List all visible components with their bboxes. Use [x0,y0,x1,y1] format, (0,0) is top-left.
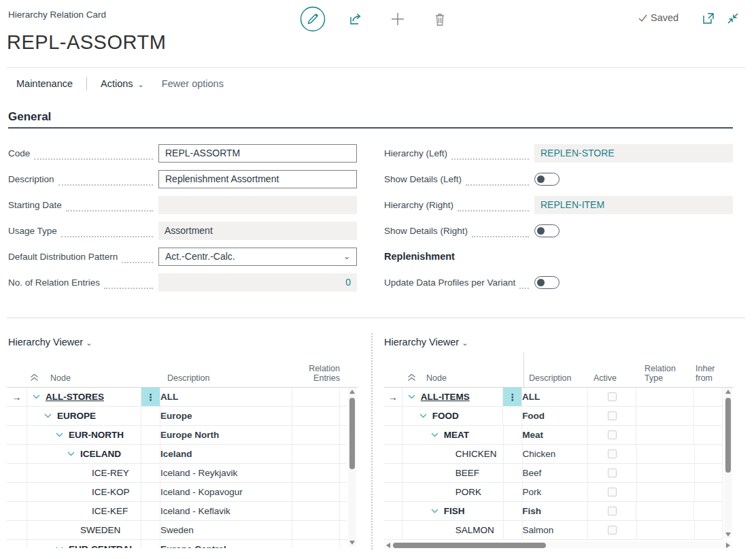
toggle-off[interactable] [534,224,560,237]
active-cell[interactable] [588,521,636,539]
description-cell[interactable]: Salmon [523,521,589,539]
row-options-icon[interactable]: ⋮ [503,388,522,406]
tree-expand-icon[interactable] [44,413,52,418]
relation-type-cell[interactable] [636,426,694,444]
node-cell[interactable]: SALMON [402,521,504,539]
active-checkbox[interactable] [608,411,617,420]
column-header-description[interactable]: Description [167,373,210,383]
table-row[interactable]: FISHFish [384,502,723,521]
vertical-scrollbar[interactable] [724,388,732,539]
field-select-box[interactable]: Act.-Centr.-Calc.⌄ [158,248,357,266]
active-cell[interactable] [588,426,636,444]
scroll-thumb[interactable] [725,398,731,473]
node-cell[interactable]: EUR-CENTRAL [27,540,141,548]
toggle-off[interactable] [534,276,560,289]
description-cell[interactable]: Europe [160,407,292,425]
node-cell[interactable]: ALL-STORES [27,388,141,406]
active-checkbox[interactable] [608,526,617,535]
scroll-right-arrow[interactable] [726,543,730,548]
description-cell[interactable]: Chicken [523,445,589,463]
column-header-description[interactable]: Description [529,373,572,383]
table-row[interactable]: SWEDENSweden [7,521,347,540]
table-row[interactable]: EUROPEEurope [7,407,347,426]
field-link-value[interactable]: REPLEN-STORE [534,144,733,163]
table-row[interactable]: →ALL-STORES⋮ALL [7,388,347,407]
table-row[interactable]: ICE-KOPIceland - Kopavogur [7,483,347,502]
description-cell[interactable]: ALL [522,388,588,406]
tree-expand-icon[interactable] [419,413,427,418]
relation-type-cell[interactable] [637,521,695,539]
relation-type-cell[interactable] [637,445,695,463]
description-cell[interactable]: Sweden [160,521,292,539]
relation-type-cell[interactable] [637,483,695,501]
active-cell[interactable] [588,483,636,501]
active-cell[interactable] [588,464,636,482]
open-in-new-window-icon[interactable] [698,7,719,29]
description-cell[interactable]: Iceland - Kopavogur [160,483,292,501]
column-header-relation_entries[interactable]: Relation Entries [292,364,340,383]
tree-expand-icon[interactable] [431,509,439,513]
text-input[interactable] [165,173,350,184]
tree-expand-icon[interactable] [33,394,40,399]
table-row[interactable]: ICE-KEFIceland - Keflavik [7,502,347,521]
field-number-value[interactable]: 0 [158,273,357,292]
node-cell[interactable]: ICE-KEF [27,502,141,520]
breadcrumb[interactable]: Hierarchy Relation Card [8,10,106,20]
vertical-scrollbar[interactable] [348,388,356,547]
active-checkbox[interactable] [608,430,617,439]
node-cell[interactable]: BEEF [402,464,504,482]
description-cell[interactable]: Fish [522,502,588,520]
description-cell[interactable]: Food [522,407,588,425]
node-cell[interactable]: FOOD [402,407,504,425]
description-cell[interactable]: Europe North [160,426,292,444]
table-row[interactable]: ICE-REYIceland - Reykjavik [7,464,347,483]
table-row[interactable]: ICELANDIceland [7,445,347,464]
active-cell[interactable] [588,407,636,425]
relation-type-cell[interactable] [636,388,694,406]
description-cell[interactable]: Meat [522,426,588,444]
active-cell[interactable] [588,445,636,463]
node-cell[interactable]: FISH [402,502,504,520]
table-row[interactable]: FOODFood [384,407,723,426]
description-cell[interactable]: Europe Central [160,540,292,548]
delete-icon[interactable] [427,6,453,32]
table-row[interactable]: MEATMeat [384,426,723,445]
node-cell[interactable]: EUROPE [27,407,141,425]
column-header-active[interactable]: Active [594,373,617,383]
horizontal-scrollbar[interactable] [384,541,732,548]
add-new-icon[interactable] [385,6,411,32]
tree-expand-icon[interactable] [431,433,439,437]
description-cell[interactable]: Beef [523,464,589,482]
tree-expand-icon[interactable] [67,452,75,456]
active-checkbox[interactable] [608,507,617,515]
table-row[interactable]: →ALL-ITEMS⋮ALL [384,388,723,407]
column-header-node[interactable]: Node [50,373,71,383]
relation-type-cell[interactable] [637,464,695,482]
node-cell[interactable]: ICE-KOP [27,483,141,501]
relation-type-cell[interactable] [636,502,694,520]
description-cell[interactable]: ALL [160,388,292,406]
menu-fewer-options[interactable]: Fewer options [162,78,224,89]
menu-maintenance[interactable]: Maintenance [16,78,73,89]
tree-expand-icon[interactable] [56,433,63,437]
scroll-down-arrow[interactable] [349,541,355,545]
column-header-inherited_from[interactable]: Inher from [695,364,715,383]
active-cell[interactable] [588,502,636,520]
relation-type-cell[interactable] [636,407,694,425]
table-row[interactable]: BEEFBeef [384,464,723,483]
node-cell[interactable]: CHICKEN [402,445,504,463]
collapse-all-icon[interactable] [30,373,39,382]
scroll-down-arrow[interactable] [725,532,731,537]
table-row[interactable]: EUR-CENTRALEurope Central [7,540,347,548]
scroll-thumb[interactable] [393,543,546,548]
column-header-relation_type[interactable]: Relation Type [645,364,676,383]
active-checkbox[interactable] [608,469,617,477]
toggle-off[interactable] [534,173,560,186]
column-header-node[interactable]: Node [426,373,447,383]
pane-splitter[interactable] [371,333,373,549]
node-cell[interactable]: EUR-NORTH [27,426,141,444]
field-link-value[interactable]: REPLEN-ITEM [534,196,733,214]
tree-expand-icon[interactable] [56,547,63,548]
scroll-thumb[interactable] [349,398,355,469]
share-icon[interactable] [343,6,368,32]
